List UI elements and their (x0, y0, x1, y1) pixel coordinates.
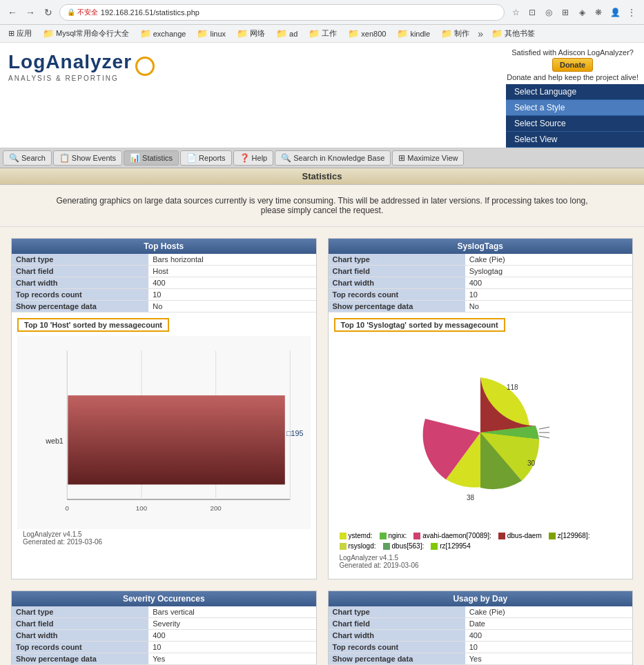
folder-icon: 📁 (237, 28, 248, 39)
field-value: Bars vertical (148, 606, 315, 618)
bookmark-kindle[interactable]: 📁 kindle (394, 27, 433, 40)
table-row: Top records count 10 (329, 642, 633, 653)
field-label: Top records count (12, 642, 148, 653)
table-row: Show percentage data No (12, 301, 316, 312)
folder-icon: 📁 (348, 28, 359, 39)
footer-date: Generated at: 2019-03-06 (23, 538, 305, 546)
table-row: Chart type Bars vertical (12, 606, 316, 618)
menu-view[interactable]: Select View (506, 132, 644, 148)
nav-maximize[interactable]: ⊞ Maximize View (392, 150, 464, 166)
extension-icon3[interactable]: ⊞ (558, 6, 572, 19)
legend-color (383, 543, 390, 550)
url-bar[interactable]: 🔒 不安全 192.168.216.51/statistics.php (59, 4, 505, 21)
menu-language[interactable]: Select Language (506, 84, 644, 100)
bar-chart-horizontal: web1 □195 0 100 200 (17, 336, 311, 529)
top-hosts-panel: Top Hosts Chart type Bars horizontal Cha… (11, 238, 317, 579)
bookmark-star[interactable]: ☆ (509, 6, 523, 19)
field-label: Top records count (12, 289, 148, 301)
legend-label: dbus-daem (507, 532, 542, 539)
bookmark-other[interactable]: 📁 其他书签 (489, 27, 538, 40)
header-right: Satisfied with Adiscon LogAnalyzer? Dona… (501, 46, 644, 148)
menu-source[interactable]: Select Source (506, 116, 644, 132)
folder-icon: 📁 (309, 28, 320, 39)
bookmark-make[interactable]: 📁 制作 (438, 27, 472, 40)
field-label: Chart width (12, 630, 148, 642)
legend-color (549, 533, 556, 539)
logo-text: LogAnalyzer (8, 51, 132, 72)
field-label: Chart width (329, 277, 465, 289)
field-label: Chart type (12, 606, 148, 618)
syslogtags-header: SyslogTags (329, 239, 633, 254)
field-label: Show percentage data (12, 301, 148, 312)
extension-icon4[interactable]: ◈ (575, 6, 589, 19)
nav-show-events[interactable]: 📋 Show Events (53, 150, 122, 166)
legend-color (413, 533, 420, 539)
bookmark-mysql[interactable]: 📁 Mysql常用命令行大全 (40, 27, 132, 40)
nav-search[interactable]: 🔍 Search (3, 150, 52, 166)
charts-row-1: Top Hosts Chart type Bars horizontal Cha… (11, 238, 633, 579)
help-icon: ❓ (240, 153, 250, 163)
bookmark-label: Mysql常用命令行大全 (56, 28, 129, 39)
field-value: Yes (148, 653, 315, 665)
nav-bar: 🔍 Search 📋 Show Events 📊 Statistics 📄 Re… (0, 148, 644, 168)
field-label: Chart field (12, 618, 148, 630)
syslogtags-info: Chart type Cake (Pie) Chart field Syslog… (329, 254, 633, 312)
nav-knowledge-base[interactable]: 🔍 Search in Knowledge Base (275, 150, 391, 166)
bookmark-ad[interactable]: 📁 ad (273, 27, 300, 40)
apps-label: 应用 (17, 28, 32, 39)
top-hosts-footer: LogAnalyzer v4.1.5 Generated at: 2019-03… (17, 529, 311, 550)
table-row: Chart type Cake (Pie) (329, 606, 633, 618)
url-text: 192.168.216.51/statistics.php (101, 8, 199, 17)
menu-button[interactable]: ⋮ (625, 6, 638, 19)
nav-statistics[interactable]: 📊 Statistics (124, 150, 179, 166)
footer-date: Generated at: 2019-03-06 (340, 562, 622, 569)
extension-icon1[interactable]: ⊡ (525, 6, 539, 19)
extension-icon5[interactable]: ❋ (592, 6, 605, 19)
donate-button[interactable]: Donate (552, 58, 593, 72)
field-value: Yes (465, 653, 632, 665)
top-hosts-chart-body: Top 10 'Host' sorted by messagecount (12, 312, 316, 555)
menu-style[interactable]: Select a Style (506, 100, 644, 116)
nav-help[interactable]: ❓ Help (233, 150, 274, 166)
bookmark-xen800[interactable]: 📁 xen800 (345, 27, 389, 40)
forward-button[interactable]: → (23, 6, 37, 19)
header-top: LogAnalyzer ANALYSIS & REPORTING Satisfi… (0, 43, 644, 148)
bookmark-linux[interactable]: 📁 linux (194, 27, 228, 40)
refresh-button[interactable]: ↻ (41, 6, 55, 19)
legend-label: dbus[563]: (392, 542, 425, 550)
profile-icon[interactable]: 👤 (608, 6, 622, 19)
field-value: 400 (148, 277, 315, 289)
more-bookmarks[interactable]: » (478, 28, 483, 39)
syslogtags-panel: SyslogTags Chart type Cake (Pie) Chart f… (328, 238, 634, 579)
bookmark-work[interactable]: 📁 工作 (306, 27, 340, 40)
folder-icon: 📁 (491, 28, 502, 39)
legend-label: rz[129954 (440, 542, 470, 550)
pie-chart-area: 118 30 38 (334, 336, 627, 529)
folder-icon: 📁 (441, 28, 452, 39)
usage-by-day-panel: Usage by Day Chart type Cake (Pie) Chart… (328, 590, 634, 665)
extension-icon2[interactable]: ◎ (542, 6, 556, 19)
svg-line-16 (539, 436, 549, 438)
syslogtags-chart-body: Top 10 'Syslogtag' sorted by messagecoun… (329, 312, 633, 579)
donate-satisfied-text: Satisfied with Adiscon LogAnalyzer? (507, 48, 638, 57)
charts-row-2: Severity Occurences Chart type Bars vert… (11, 590, 633, 665)
bookmark-label: ad (289, 30, 297, 38)
apps-button[interactable]: ⊞ 应用 (6, 27, 35, 40)
table-row: Chart field Severity (12, 618, 316, 630)
nav-reports[interactable]: 📄 Reports (180, 150, 232, 166)
folder-icon: 📁 (197, 28, 208, 39)
back-button[interactable]: ← (6, 6, 19, 19)
legend-item: ystemd: (340, 532, 373, 539)
maximize-icon: ⊞ (398, 153, 405, 163)
field-value: Date (465, 618, 632, 630)
bookmark-network[interactable]: 📁 网络 (234, 27, 268, 40)
field-value: No (465, 301, 632, 312)
field-value: Cake (Pie) (465, 254, 632, 266)
field-value: 10 (465, 642, 632, 653)
bookmark-exchange[interactable]: 📁 exchange (137, 27, 189, 40)
field-label: Chart type (329, 254, 465, 266)
legend-item: nginx: (380, 532, 407, 539)
table-row: Show percentage data No (329, 301, 633, 312)
browser-chrome: ← → ↻ 🔒 不安全 192.168.216.51/statistics.ph… (0, 0, 644, 25)
field-label: Chart width (12, 277, 148, 289)
